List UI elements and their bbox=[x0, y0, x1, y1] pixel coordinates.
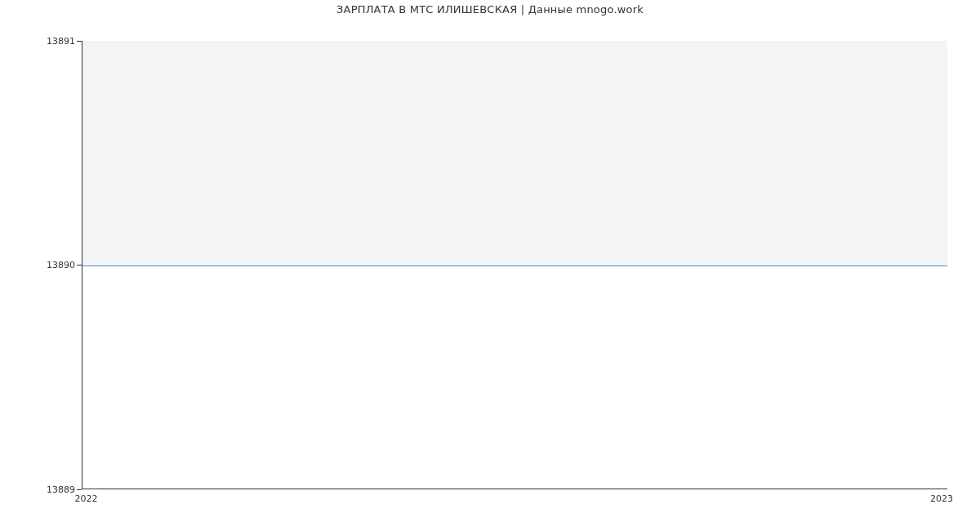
y-tick-label: 13889 bbox=[47, 484, 75, 495]
chart-title: ЗАРПЛАТА В МТС ИЛИШЕВСКАЯ | Данные mnogo… bbox=[0, 3, 980, 16]
y-tick bbox=[77, 489, 82, 490]
y-tick-label: 13891 bbox=[47, 36, 75, 47]
y-tick-label: 13890 bbox=[47, 260, 75, 270]
x-tick-label: 2023 bbox=[930, 493, 953, 504]
x-tick-label: 2022 bbox=[75, 493, 98, 504]
series-line bbox=[82, 266, 947, 266]
plot-area bbox=[82, 41, 947, 489]
salary-chart: ЗАРПЛАТА В МТС ИЛИШЕВСКАЯ | Данные mnogo… bbox=[0, 0, 980, 531]
series-area bbox=[82, 41, 947, 266]
